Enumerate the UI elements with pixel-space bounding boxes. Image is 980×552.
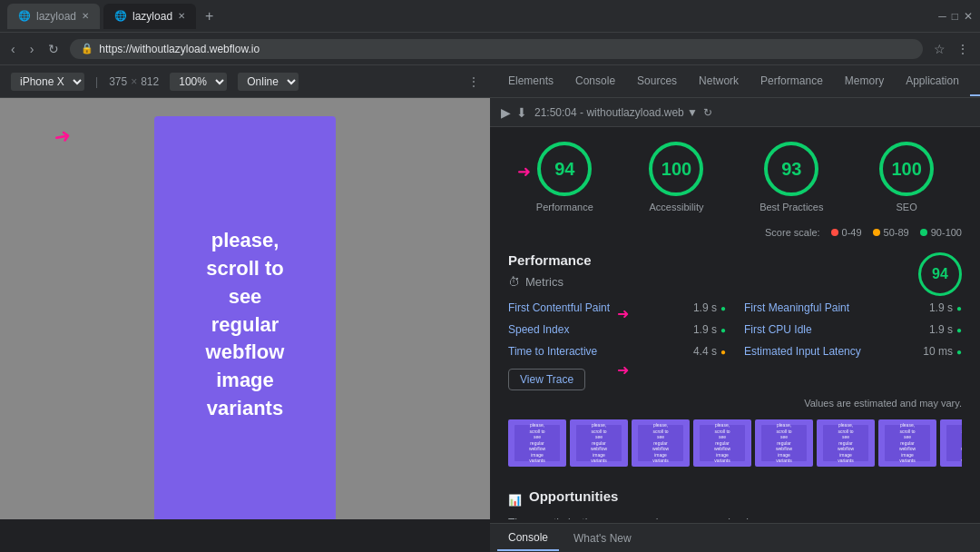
refresh-icon[interactable]: ↻ bbox=[703, 106, 712, 119]
network-select[interactable]: Online bbox=[238, 73, 299, 91]
filmstrip: please,scroll toseeregularwebflowimageva… bbox=[508, 419, 962, 467]
device-toolbar-separator: | bbox=[95, 75, 98, 88]
film-frame-7: please,scroll toseeregularwebflowimageva… bbox=[878, 419, 936, 467]
height-value: 812 bbox=[141, 75, 159, 88]
opportunities-section: 📊 Opportunities These optimizations can … bbox=[490, 481, 980, 519]
new-tab-button[interactable]: + bbox=[200, 6, 219, 26]
tab-2-label: lazyload bbox=[132, 10, 172, 23]
tab-2-close[interactable]: ✕ bbox=[178, 11, 185, 21]
eil-name: Estimated Input Latency bbox=[744, 345, 861, 358]
close-button[interactable]: ✕ bbox=[964, 10, 973, 23]
bp-label: Best Practices bbox=[760, 202, 823, 212]
score-scale-label: Score scale: bbox=[765, 227, 820, 238]
reload-button[interactable]: ↻ bbox=[44, 38, 63, 60]
zoom-select[interactable]: 100% bbox=[170, 73, 227, 91]
address-input[interactable]: 🔒 https://withoutlazyload.webflow.io bbox=[70, 39, 923, 59]
back-button[interactable]: ‹ bbox=[7, 38, 19, 60]
perf-big-score-value: 94 bbox=[932, 266, 948, 282]
audits-content: ➜ 94 Performance 100 Accessibility bbox=[490, 127, 980, 519]
fci-dot: ● bbox=[956, 325, 962, 335]
tab-sources[interactable]: Sources bbox=[626, 67, 688, 96]
green-dot bbox=[920, 229, 927, 236]
subheader-icons: ▶ ⬇ bbox=[501, 105, 527, 120]
dim-x: × bbox=[131, 75, 137, 88]
opp-description: These optimizations can speed up your pa… bbox=[508, 517, 962, 519]
film-frame-6: please,scroll toseeregularwebflowimageva… bbox=[817, 419, 875, 467]
seo-value: 100 bbox=[891, 159, 921, 180]
webpage-text: please,scroll toseeregularwebflowimageva… bbox=[188, 209, 303, 441]
tab-performance[interactable]: Performance bbox=[750, 67, 834, 96]
acc-circle: 100 bbox=[649, 142, 703, 196]
perf-arrow: ➜ bbox=[517, 162, 531, 182]
tab-audits[interactable]: Audits bbox=[970, 67, 980, 96]
width-value: 375 bbox=[109, 75, 127, 88]
tab-console[interactable]: Console bbox=[564, 67, 626, 96]
restore-button[interactable]: □ bbox=[952, 10, 958, 23]
si-value: 1.9 s bbox=[693, 323, 717, 336]
metrics-header: ⏱ Metrics bbox=[508, 275, 592, 289]
tab-application[interactable]: Application bbox=[895, 67, 970, 96]
opp-title: Opportunities bbox=[529, 488, 618, 504]
scale-green: 90-100 bbox=[920, 227, 962, 238]
tab-1[interactable]: 🌐 lazyload ✕ bbox=[7, 4, 100, 29]
metric-tti: Time to Interactive 4.4 s ● bbox=[508, 341, 726, 361]
tab-elements[interactable]: Elements bbox=[497, 67, 564, 96]
tab-2[interactable]: 🌐 lazyload ✕ bbox=[103, 4, 196, 29]
film-frame-3: please,scroll toseeregularwebflowimageva… bbox=[632, 419, 690, 467]
download-icon[interactable]: ⬇ bbox=[516, 105, 527, 120]
tti-name: Time to Interactive bbox=[508, 345, 597, 358]
tab-memory[interactable]: Memory bbox=[834, 67, 895, 96]
film-frame-2: please,scroll toseeregularwebflowimageva… bbox=[570, 419, 628, 467]
score-performance: 94 Performance bbox=[536, 142, 593, 212]
tab-1-close[interactable]: ✕ bbox=[82, 11, 89, 21]
run-audits-icon[interactable]: ▶ bbox=[501, 105, 511, 120]
main-layout: iPhone X | 375 × 812 100% Online ⋮ ➜ ple… bbox=[0, 65, 980, 519]
metrics-grid: First Contentful Paint 1.9 s ● First Mea… bbox=[508, 298, 962, 361]
minimize-button[interactable]: ─ bbox=[938, 10, 946, 23]
red-dot bbox=[831, 229, 838, 236]
tti-val-row: 4.4 s ● bbox=[693, 345, 726, 358]
score-seo: 100 SEO bbox=[879, 142, 934, 212]
eil-value: 10 ms bbox=[923, 345, 953, 358]
si-val-row: 1.9 s ● bbox=[693, 323, 726, 336]
acc-label: Accessibility bbox=[650, 202, 704, 212]
bp-value: 93 bbox=[781, 159, 801, 180]
fmp-dot: ● bbox=[956, 303, 962, 313]
estimated-note: Values are estimated and may vary. bbox=[508, 398, 962, 412]
forward-button[interactable]: › bbox=[26, 38, 38, 60]
perf-value: 94 bbox=[554, 159, 574, 180]
fci-name: First CPU Idle bbox=[744, 323, 812, 336]
scores-wrapper: ➜ 94 Performance 100 Accessibility bbox=[490, 127, 980, 227]
view-trace-button[interactable]: View Trace bbox=[508, 369, 585, 390]
si-name: Speed Index bbox=[508, 323, 569, 336]
tti-value: 4.4 s bbox=[693, 345, 717, 358]
tab-network[interactable]: Network bbox=[688, 67, 750, 96]
browser-chrome: 🌐 lazyload ✕ 🌐 lazyload ✕ + ─ □ ✕ bbox=[0, 0, 980, 33]
tab-1-label: lazyload bbox=[36, 10, 76, 23]
devtools-tabs: Elements Console Sources Network Perform… bbox=[490, 67, 980, 96]
address-actions: ☆ ⋮ bbox=[930, 38, 973, 60]
arrow-fcp: ➜ bbox=[617, 305, 629, 322]
metrics-area: ➜ ➜ First Contentful Paint 1.9 s ● bbox=[508, 298, 962, 361]
film-frame-5: please,scroll toseeregularwebflowimageva… bbox=[755, 419, 813, 467]
film-frame-8: please,scroll toseeregularwebflowimageva… bbox=[940, 419, 962, 467]
tab-bar: 🌐 lazyload ✕ 🌐 lazyload ✕ + bbox=[7, 4, 219, 29]
film-frame-1: please,scroll toseeregularwebflowimageva… bbox=[508, 419, 566, 467]
score-accessibility: 100 Accessibility bbox=[649, 142, 703, 212]
scale-orange: 50-89 bbox=[873, 227, 909, 238]
metrics-clock-icon: ⏱ bbox=[508, 275, 520, 289]
metric-fci: First CPU Idle 1.9 s ● bbox=[744, 320, 962, 340]
tti-dot: ● bbox=[720, 347, 726, 357]
settings-button[interactable]: ⋮ bbox=[953, 38, 973, 60]
fmp-val-row: 1.9 s ● bbox=[929, 301, 962, 314]
metrics-label: Metrics bbox=[525, 275, 564, 289]
scores-section: ➜ 94 Performance 100 Accessibility bbox=[490, 127, 980, 227]
device-select[interactable]: iPhone X bbox=[11, 73, 84, 91]
fcp-val-row: 1.9 s ● bbox=[693, 301, 726, 314]
fmp-value: 1.9 s bbox=[929, 301, 953, 314]
bookmark-button[interactable]: ☆ bbox=[930, 38, 949, 60]
address-bar-row: ‹ › ↻ 🔒 https://withoutlazyload.webflow.… bbox=[0, 33, 980, 65]
audits-subheader: ▶ ⬇ 21:50:04 - withoutlazyload.web ▼ ↻ bbox=[490, 98, 980, 127]
eil-val-row: 10 ms ● bbox=[923, 345, 962, 358]
toolbar-more: ⋮ bbox=[468, 75, 479, 88]
